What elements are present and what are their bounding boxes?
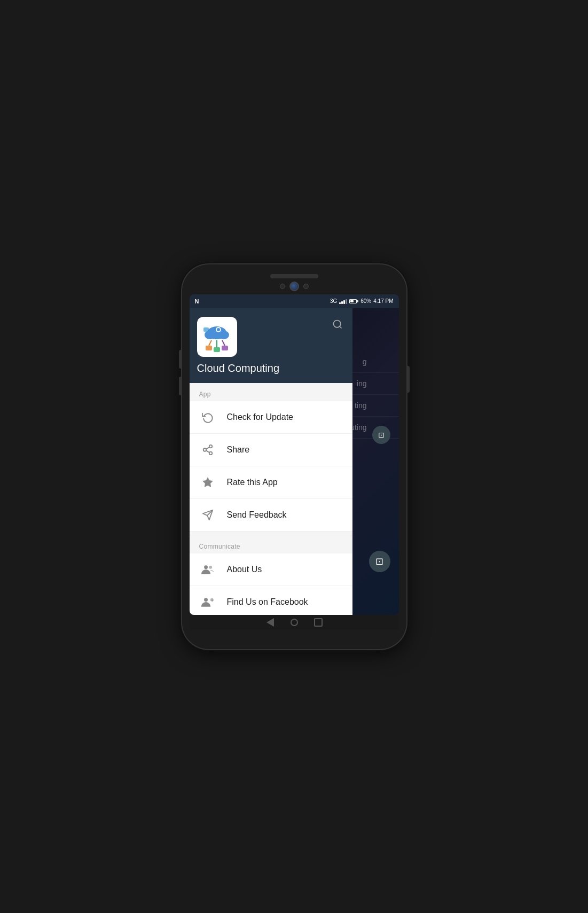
menu-item-find-facebook[interactable]: + Find Us on Facebook [190,586,353,615]
svg-rect-11 [222,346,228,350]
status-bar: N 3G 60% 4:17 PM [190,294,399,308]
section-app-label: App [190,383,353,401]
back-button[interactable] [266,618,274,627]
phone-screen: g ing ting ⊡ uting ⊡ N 3G [190,294,399,615]
drawer-header: Cloud Computing [190,308,353,383]
svg-line-20 [206,447,209,449]
drawer-menu: App Check for Update [190,383,353,615]
battery-percent: 60% [360,298,371,304]
app-icon [198,318,236,355]
signal-bars [339,299,347,304]
section-communicate-label: Communicate [190,535,353,553]
menu-item-about-us[interactable]: About Us [190,553,353,586]
send-feedback-label: Send Feedback [227,510,287,520]
svg-rect-10 [214,347,220,352]
navigation-drawer: Cloud Computing App Check for Updat [190,308,353,615]
share-icon [199,441,216,458]
power-button[interactable] [407,366,410,393]
battery [349,299,358,303]
network-type: 3G [330,298,337,304]
menu-item-send-feedback[interactable]: Send Feedback [190,499,353,532]
home-button[interactable] [291,619,298,626]
volume-down-button[interactable] [179,377,182,395]
svg-rect-9 [206,346,212,350]
refresh-icon [199,409,216,426]
rate-app-label: Rate this App [227,478,278,487]
svg-point-3 [218,331,229,339]
about-us-label: About Us [227,565,262,574]
star-icon [199,474,216,491]
speaker-grill [270,274,318,278]
share-label: Share [227,445,250,455]
menu-item-check-update[interactable]: Check for Update [190,401,353,434]
status-right: 3G 60% 4:17 PM [330,298,394,304]
menu-item-share[interactable]: Share [190,434,353,466]
phone-frame: g ing ting ⊡ uting ⊡ N 3G [182,264,406,649]
people-add-facebook-icon: + [199,594,216,611]
svg-point-26 [204,598,208,602]
camera-area [190,282,399,291]
app-icon-container [197,317,237,357]
search-button[interactable] [330,317,345,334]
find-facebook-label: Find Us on Facebook [227,597,308,607]
people-icon [199,561,216,578]
svg-rect-12 [203,327,209,332]
svg-point-25 [209,565,212,568]
svg-line-15 [340,326,342,328]
volume-up-button[interactable] [179,350,182,369]
n-icon: N [195,298,199,305]
svg-marker-21 [202,477,212,486]
svg-point-28 [210,598,213,601]
svg-point-14 [334,320,341,327]
section-app: App Check for Update [190,383,353,532]
app-title: Cloud Computing [197,362,346,374]
menu-item-rate-app[interactable]: Rate this App [190,466,353,499]
svg-point-5 [217,328,220,331]
bottom-navigation [190,615,399,630]
bg-fab-2: ⊡ [369,551,390,572]
bg-fab-1: ⊡ [372,426,390,444]
send-icon [199,506,216,524]
status-left: N [195,298,199,305]
section-communicate: Communicate About Us [190,535,353,615]
check-update-label: Check for Update [227,412,294,422]
svg-point-24 [204,565,208,569]
recents-button[interactable] [314,618,323,627]
svg-line-19 [206,450,209,452]
time: 4:17 PM [373,298,393,304]
